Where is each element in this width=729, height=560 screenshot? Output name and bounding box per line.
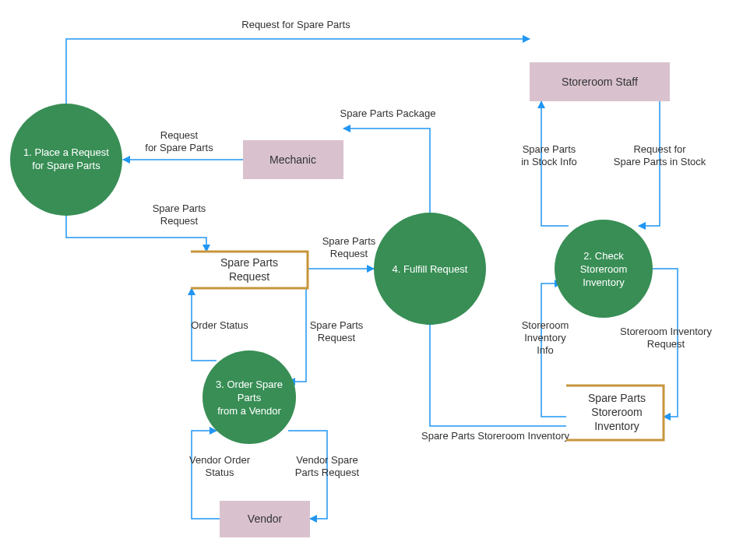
flow-store-to-p3 — [288, 288, 306, 382]
flow-request-for-spare-parts — [66, 39, 530, 115]
entity-label: Storeroom Staff — [562, 76, 638, 88]
flow-label: Vendor Order — [189, 454, 251, 466]
flow-label: Spare Parts — [310, 319, 364, 331]
data-store-spare-parts-request[interactable]: Spare Parts Request — [191, 252, 308, 288]
flow-label: Spare Parts Storeroom Inventory — [421, 430, 570, 442]
process-4[interactable]: 4. Fulfill Request — [374, 213, 486, 325]
data-store-storeroom-inventory[interactable]: Spare Parts Storeroom Inventory — [566, 386, 664, 440]
flow-label: Order Status — [191, 319, 248, 331]
store-label: Spare Parts — [588, 392, 646, 404]
flow-label: Request — [330, 248, 368, 259]
entity-label: Mechanic — [269, 153, 316, 166]
flow-label: Request for — [633, 143, 686, 155]
entity-vendor[interactable]: Vendor — [220, 501, 310, 537]
flow-label: Storeroom — [522, 319, 569, 331]
flow-label: Request — [160, 215, 199, 227]
entity-storeroom-staff[interactable]: Storeroom Staff — [530, 62, 670, 101]
flow-label: Spare Parts — [523, 143, 576, 155]
flow-spare-parts-package — [343, 129, 430, 220]
process-label: Inventory — [583, 276, 625, 288]
store-label: Storeroom — [591, 406, 642, 418]
flow-label: Spare Parts in Stock — [614, 156, 706, 167]
flow-label: Request — [160, 129, 199, 141]
process-label: from a Vendor — [217, 405, 281, 417]
flow-label: Parts Request — [295, 467, 360, 478]
flow-label: Info — [537, 344, 554, 356]
flow-label: Request — [318, 332, 356, 343]
store-label: Request — [229, 270, 269, 283]
entity-label: Vendor — [248, 512, 283, 525]
flow-label: for Spare Parts — [145, 142, 213, 153]
flow-label: Status — [206, 467, 234, 478]
flow-label: Spare Parts — [153, 203, 206, 214]
flow-label: Storeroom Inventory — [620, 326, 712, 337]
process-label: 4. Fulfill Request — [393, 263, 468, 275]
flow-label: Inventory — [524, 332, 566, 343]
flow-label: Spare Parts — [322, 235, 376, 247]
flow-label: in Stock Info — [521, 156, 577, 167]
diagram-canvas[interactable]: Request for Spare Parts Request for Spar… — [0, 0, 729, 560]
process-2[interactable]: 2. Check Storeroom Inventory — [555, 220, 653, 318]
flow-label: Vendor Spare — [296, 454, 358, 466]
process-1[interactable]: 1. Place a Request for Spare Parts — [10, 104, 122, 216]
process-label: 3. Order Spare — [216, 379, 283, 390]
process-label: Parts — [238, 392, 262, 403]
process-label: 2. Check — [583, 250, 624, 262]
process-3[interactable]: 3. Order Spare Parts from a Vendor — [202, 350, 296, 444]
flow-label: Spare Parts Package — [340, 107, 436, 119]
process-label: Storeroom — [580, 263, 628, 275]
process-label: for Spare Parts — [32, 160, 100, 171]
flow-label: Request for Spare Parts — [241, 19, 350, 30]
store-label: Spare Parts — [220, 256, 278, 269]
flow-label: Request — [647, 338, 685, 350]
entity-mechanic[interactable]: Mechanic — [243, 140, 343, 179]
store-label: Inventory — [594, 420, 639, 432]
process-label: 1. Place a Request — [23, 146, 109, 158]
